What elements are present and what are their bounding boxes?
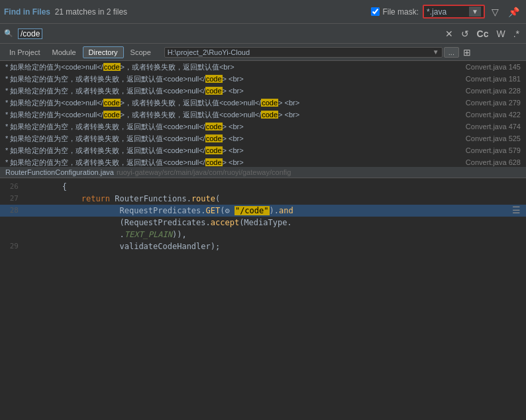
result-file: Convert.java 422 [466, 111, 521, 119]
code-preview: RouterFunctionConfiguration.java ruoyi-g… [0, 167, 526, 420]
line-content: (RequestPredicates.accept(MediaType. [24, 217, 526, 229]
result-file: Convert.java 628 [466, 158, 521, 166]
case-sensitive-icon[interactable]: Cc [474, 27, 492, 40]
code-line-cont2: .TEXT_PLAIN)), [0, 229, 526, 240]
line-number: 28 [0, 205, 24, 217]
tab-directory[interactable]: Directory [83, 46, 124, 58]
filter-icon[interactable]: ▽ [489, 5, 501, 19]
result-text: * 如果给定的值为<code>null</code>，或者转换失败，返回默认值<… [5, 98, 460, 108]
code-line-cont1: (RequestPredicates.accept(MediaType. [0, 217, 526, 229]
line-content: .TEXT_PLAIN)), [24, 229, 526, 240]
result-file: Convert.java 145 [466, 63, 521, 71]
file-mask-label: File mask: [382, 7, 419, 17]
top-bar: Find in Files 21 matches in 2 files File… [0, 0, 526, 24]
tab-scope[interactable]: Scope [125, 47, 156, 58]
main-container: * 如果给定的值为<code>null</code>，或者转换失败，返回默认值<… [0, 61, 526, 420]
match-count: 21 matches in 2 files [55, 7, 127, 17]
result-text: * 如果给定的值为空，或者转换失败，返回默认值<code>null</code>… [5, 146, 460, 156]
preview-filepath: ruoyi-gateway/src/main/java/com/ruoyi/ga… [117, 168, 291, 176]
regex-icon[interactable]: .* [511, 27, 522, 40]
pin-icon[interactable]: 📌 [505, 5, 522, 19]
line-content: RequestPredicates.GET(⚙ "/code").and [24, 205, 526, 217]
refresh-icon[interactable]: ↺ [458, 27, 472, 40]
search-value: /code [18, 28, 42, 39]
code-area: 26 { 27 return RouterFunctions.route( 28… [0, 178, 526, 255]
file-mask-dropdown[interactable]: ▼ [469, 7, 481, 17]
dir-path-dropdown[interactable]: ▼ [433, 48, 439, 56]
result-item[interactable]: * 如果给定的值为空，或者转换失败，返回默认值<code>null</code>… [0, 85, 526, 97]
result-text: * 如果给定的值为<code>null</code>，或者转换失败，返回默认值<… [5, 110, 460, 120]
file-mask-box: ▼ [423, 5, 485, 19]
result-file: Convert.java 181 [466, 75, 521, 83]
line-number: 29 [0, 240, 24, 252]
result-text: * 如果给定的值为空，或者转换失败，返回默认值<code>null</code>… [5, 86, 460, 96]
close-search-icon[interactable]: ✕ [443, 27, 456, 40]
code-line-29: 29 validateCodeHandler); [0, 240, 526, 252]
find-in-files-title: Find in Files 21 matches in 2 files [4, 7, 127, 17]
browse-button[interactable]: ... [444, 47, 459, 58]
grid-view-icon[interactable]: ⊞ [463, 47, 471, 58]
search-icon: 🔍 [4, 29, 13, 38]
code-preview-header: RouterFunctionConfiguration.java ruoyi-g… [0, 167, 526, 178]
result-text: * 如果给定的值为空，或者转换失败，返回默认值<code>null</code>… [5, 122, 460, 132]
line-content: return RouterFunctions.route( [24, 193, 526, 205]
word-icon[interactable]: W [494, 27, 507, 40]
directory-path-input[interactable] [168, 48, 433, 56]
result-item[interactable]: * 如果给定的值为<code>null</code>，或者转换失败，返回默认值<… [0, 97, 526, 109]
line-content: validateCodeHandler); [24, 240, 526, 252]
file-mask-checkbox[interactable] [371, 7, 380, 16]
result-item[interactable]: * 如果给定的值为空，或者转换失败，返回默认值<code>null</code>… [0, 144, 526, 156]
file-mask-input[interactable] [427, 7, 466, 17]
directory-path-box: ▼ [164, 47, 443, 58]
tab-in-project[interactable]: In Project [4, 47, 45, 58]
result-item[interactable]: * 如果给定的值为空，或者转换失败，返回默认值<code>null</code>… [0, 132, 526, 144]
title-text: Find in Files [4, 7, 50, 17]
line-content: { [24, 181, 526, 193]
result-item[interactable]: * 如果给定的值为空，或者转换失败，返回默认值<code>null</code>… [0, 121, 526, 132]
tabs-row: In Project Module Directory Scope ▼ ... … [0, 44, 526, 61]
code-line-26: 26 { [0, 181, 526, 193]
result-text: * 如果给定的值为空，或者转换失败，返回默认值<code>null</code>… [5, 134, 460, 144]
preview-filename: RouterFunctionConfiguration.java [5, 168, 114, 176]
code-line-27: 27 return RouterFunctions.route( [0, 193, 526, 205]
search-row: 🔍 /code ✕ ↺ Cc W .* [0, 24, 526, 44]
line-number: 26 [0, 181, 24, 193]
result-item[interactable]: * 如果给定的值为<code>null</code>，或者转换失败，返回默认值<… [0, 109, 526, 121]
scroll-icon: ☰ [512, 205, 521, 215]
file-mask-checkbox-label[interactable]: File mask: [371, 7, 419, 17]
line-number: 27 [0, 193, 24, 205]
code-line-28: 28 RequestPredicates.GET(⚙ "/code").and … [0, 205, 526, 217]
result-file: Convert.java 279 [466, 99, 521, 107]
result-file: Convert.java 474 [466, 123, 521, 131]
result-text: * 如果给定的值为空，或者转换失败，返回默认值<code>null</code>… [5, 74, 460, 84]
result-file: Convert.java 525 [466, 134, 521, 142]
result-text: * 如果给定的值为空，或者转换失败，返回默认值<code>null</code>… [5, 158, 460, 168]
result-item[interactable]: * 如果给定的值为空，或者转换失败，返回默认值<code>null</code>… [0, 73, 526, 85]
result-file: Convert.java 579 [466, 146, 521, 154]
tab-module[interactable]: Module [46, 47, 81, 58]
search-row-right: ✕ ↺ Cc W .* [443, 27, 522, 40]
results-scroll-area[interactable]: * 如果给定的值为<code>null</code>，或者转换失败，返回默认值<… [0, 61, 526, 167]
result-text: * 如果给定的值为<code>null</code>，或者转换失败，返回默认值<… [5, 62, 460, 72]
result-item[interactable]: * 如果给定的值为空，或者转换失败，返回默认值<code>null</code>… [0, 156, 526, 167]
result-file: Convert.java 228 [466, 87, 521, 95]
result-item[interactable]: * 如果给定的值为<code>null</code>，或者转换失败，返回默认值<… [0, 61, 526, 73]
